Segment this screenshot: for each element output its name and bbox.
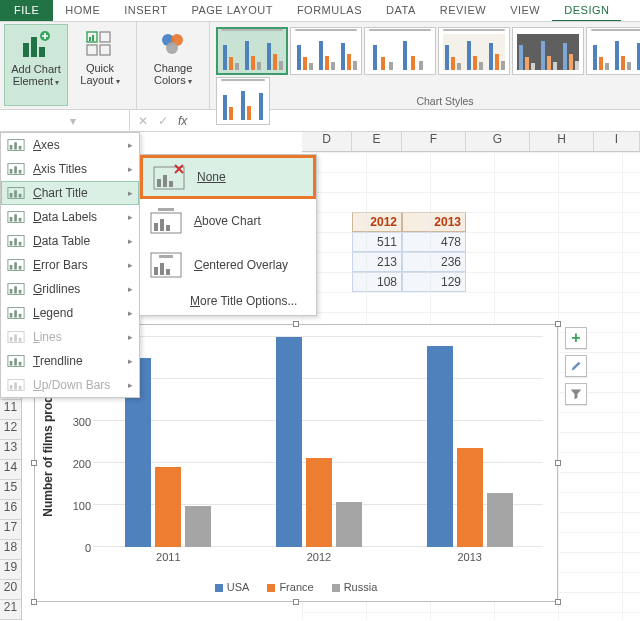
row-header-12[interactable]: 12 bbox=[0, 420, 22, 440]
row-header-20[interactable]: 20 bbox=[0, 580, 22, 600]
col-header-D[interactable]: D bbox=[302, 132, 352, 152]
submenu-arrow-icon: ▸ bbox=[128, 356, 133, 366]
row-header-15[interactable]: 15 bbox=[0, 480, 22, 500]
menu-item-error-bars[interactable]: Error Bars▸ bbox=[1, 253, 139, 277]
tab-view[interactable]: VIEW bbox=[498, 0, 552, 21]
chart-style-6[interactable] bbox=[586, 27, 640, 75]
menu-item-chart-title[interactable]: Chart Title▸ bbox=[1, 181, 139, 205]
menu-item-trendline[interactable]: Trendline▸ bbox=[1, 349, 139, 373]
menu-item-label: Chart Title bbox=[33, 186, 88, 200]
brush-icon bbox=[569, 359, 583, 373]
tab-review[interactable]: REVIEW bbox=[428, 0, 498, 21]
change-colors-icon bbox=[157, 28, 189, 60]
tab-design[interactable]: DESIGN bbox=[552, 0, 621, 21]
chart-title-none[interactable]: None bbox=[140, 155, 316, 199]
bar-USA-2012[interactable] bbox=[276, 337, 302, 547]
change-colors-button[interactable]: Change Colors bbox=[141, 24, 205, 106]
row-header-13[interactable]: 13 bbox=[0, 440, 22, 460]
col-header-G[interactable]: G bbox=[466, 132, 530, 152]
legend-entry-USA[interactable]: USA bbox=[215, 581, 250, 593]
svg-rect-31 bbox=[14, 238, 17, 245]
tab-page-layout[interactable]: PAGE LAYOUT bbox=[179, 0, 285, 21]
row-header-17[interactable]: 17 bbox=[0, 520, 22, 540]
resize-handle[interactable] bbox=[293, 599, 299, 605]
chart-style-3[interactable] bbox=[364, 27, 436, 75]
resize-handle[interactable] bbox=[555, 460, 561, 466]
plot-area[interactable] bbox=[93, 339, 543, 547]
add-chart-element-button[interactable]: Add Chart Element bbox=[4, 24, 68, 106]
row-header-21[interactable]: 21 bbox=[0, 600, 22, 620]
menu-item-axes[interactable]: Axes▸ bbox=[1, 133, 139, 157]
resize-handle[interactable] bbox=[293, 321, 299, 327]
svg-rect-68 bbox=[154, 267, 158, 275]
svg-rect-6 bbox=[92, 35, 94, 41]
menu-item-label: Gridlines bbox=[33, 282, 80, 296]
menu-item-icon bbox=[7, 186, 25, 200]
menu-item-data-labels[interactable]: Data Labels▸ bbox=[1, 205, 139, 229]
col-header-E[interactable]: E bbox=[352, 132, 402, 152]
menu-item-gridlines[interactable]: Gridlines▸ bbox=[1, 277, 139, 301]
submenu-arrow-icon: ▸ bbox=[128, 188, 133, 198]
name-box[interactable]: ▾ bbox=[0, 110, 130, 131]
legend-entry-France[interactable]: France bbox=[267, 581, 313, 593]
chart-style-1[interactable] bbox=[216, 27, 288, 75]
bar-France-2012[interactable] bbox=[306, 458, 332, 547]
svg-rect-48 bbox=[19, 338, 22, 342]
menu-item-label: Trendline bbox=[33, 354, 83, 368]
tab-insert[interactable]: INSERT bbox=[112, 0, 179, 21]
chart-title-above[interactable]: Above Chart bbox=[140, 199, 316, 243]
col-header-I[interactable]: I bbox=[594, 132, 640, 152]
svg-rect-70 bbox=[166, 269, 170, 275]
quick-layout-button[interactable]: Quick Layout bbox=[68, 24, 132, 106]
row-header-19[interactable]: 19 bbox=[0, 560, 22, 580]
row-header-14[interactable]: 14 bbox=[0, 460, 22, 480]
resize-handle[interactable] bbox=[31, 460, 37, 466]
chart-style-5[interactable] bbox=[512, 27, 584, 75]
svg-rect-27 bbox=[14, 214, 17, 221]
fx-icon[interactable]: fx bbox=[178, 114, 187, 128]
tab-file[interactable]: FILE bbox=[0, 0, 53, 21]
more-title-options[interactable]: More Title Options... bbox=[140, 287, 316, 315]
row-header-18[interactable]: 18 bbox=[0, 540, 22, 560]
chart-legend[interactable]: USAFranceRussia bbox=[35, 581, 557, 593]
row-header-11[interactable]: 11 bbox=[0, 400, 22, 420]
svg-rect-40 bbox=[19, 290, 22, 294]
bar-Russia-2012[interactable] bbox=[336, 502, 362, 547]
worksheet[interactable]: D E F G H I 2012 2013 511 478 213 236 10… bbox=[0, 132, 640, 620]
bar-France-2013[interactable] bbox=[457, 448, 483, 547]
svg-rect-9 bbox=[100, 45, 110, 55]
menu-item-icon bbox=[7, 162, 25, 176]
chart-styles-button[interactable] bbox=[565, 355, 587, 377]
menu-item-icon bbox=[7, 330, 25, 344]
tab-data[interactable]: DATA bbox=[374, 0, 428, 21]
chart-title-centered[interactable]: Centered Overlay bbox=[140, 243, 316, 287]
menu-item-icon bbox=[7, 258, 25, 272]
resize-handle[interactable] bbox=[555, 599, 561, 605]
row-header-16[interactable]: 16 bbox=[0, 500, 22, 520]
bar-Russia-2011[interactable] bbox=[185, 506, 211, 547]
chart-styles-gallery[interactable] bbox=[214, 24, 640, 125]
tab-home[interactable]: HOME bbox=[53, 0, 112, 21]
menu-item-axis-titles[interactable]: Axis Titles▸ bbox=[1, 157, 139, 181]
col-header-F[interactable]: F bbox=[402, 132, 466, 152]
submenu-arrow-icon: ▸ bbox=[128, 308, 133, 318]
chart-style-4[interactable] bbox=[438, 27, 510, 75]
legend-entry-Russia[interactable]: Russia bbox=[332, 581, 378, 593]
menu-item-icon bbox=[7, 138, 25, 152]
chart-filter-button[interactable] bbox=[565, 383, 587, 405]
col-header-H[interactable]: H bbox=[530, 132, 594, 152]
bar-Russia-2013[interactable] bbox=[487, 493, 513, 547]
menu-item-legend[interactable]: Legend▸ bbox=[1, 301, 139, 325]
tab-formulas[interactable]: FORMULAS bbox=[285, 0, 374, 21]
chart-elements-button[interactable]: + bbox=[565, 327, 587, 349]
menu-item-data-table[interactable]: Data Table▸ bbox=[1, 229, 139, 253]
menu-item-label: Error Bars bbox=[33, 258, 88, 272]
menu-item-label: Data Table bbox=[33, 234, 90, 248]
bar-USA-2013[interactable] bbox=[427, 346, 453, 547]
chart-style-2[interactable] bbox=[290, 27, 362, 75]
resize-handle[interactable] bbox=[555, 321, 561, 327]
submenu-arrow-icon: ▸ bbox=[128, 332, 133, 342]
menu-item-label: Up/Down Bars bbox=[33, 378, 110, 392]
bar-France-2011[interactable] bbox=[155, 467, 181, 547]
resize-handle[interactable] bbox=[31, 599, 37, 605]
